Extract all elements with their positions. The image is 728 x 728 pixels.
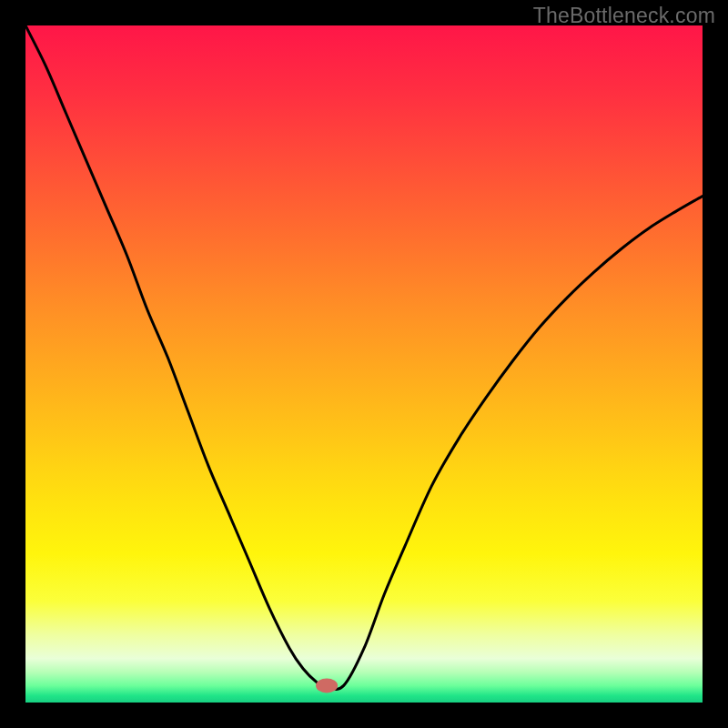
plot-area xyxy=(25,25,703,703)
plot-svg xyxy=(25,25,703,703)
gradient-background xyxy=(25,25,703,703)
minimum-marker xyxy=(316,678,338,693)
watermark-text: TheBottleneck.com xyxy=(533,4,715,28)
chart-frame: TheBottleneck.com xyxy=(0,0,728,728)
